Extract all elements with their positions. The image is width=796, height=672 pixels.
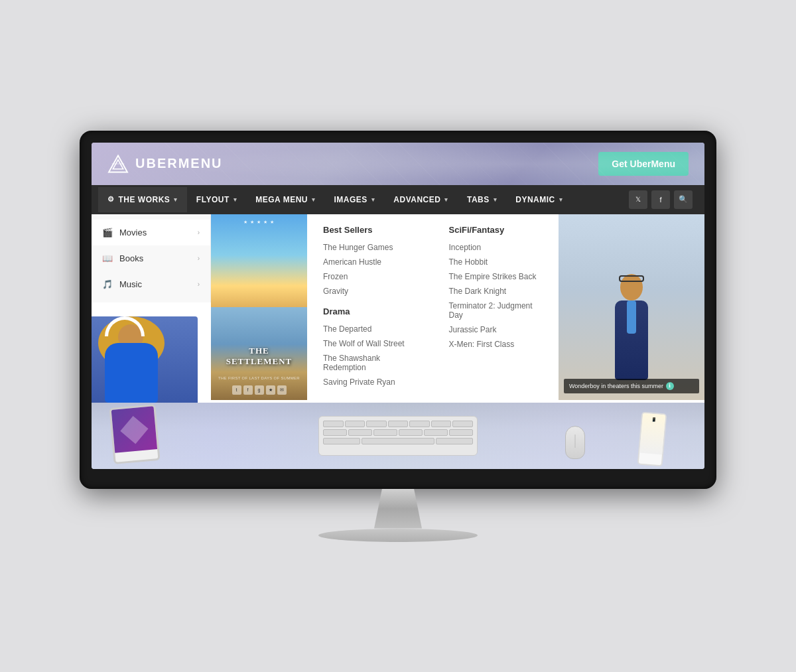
- search-icon-button[interactable]: 🔍: [674, 190, 693, 209]
- chevron-down-icon: ▾: [174, 196, 178, 203]
- twitter-icon-button[interactable]: 𝕏: [629, 190, 647, 209]
- nav-item-tabs[interactable]: TABS ▾: [458, 187, 506, 212]
- desk-area: 📱: [92, 403, 704, 469]
- poster-mail-btn[interactable]: ✉: [277, 385, 287, 395]
- poster-subtitle: THE FIRST OF LAST DAYS OF SUMMER: [211, 376, 307, 381]
- poster-top-text: ★ ★ ★ ★ ★: [211, 220, 307, 225]
- nav-item-advanced[interactable]: ADVANCED ▾: [384, 187, 458, 212]
- logo-text: UBERMENU: [135, 156, 223, 171]
- poster-gplus-btn[interactable]: g: [255, 385, 264, 395]
- movies-icon: 🎬: [102, 228, 113, 237]
- get-ubermenu-button[interactable]: Get UberMenu: [598, 152, 689, 176]
- menu-link-gravity[interactable]: Gravity: [323, 287, 417, 296]
- logo-icon: [107, 155, 129, 173]
- chevron-down-icon: ▾: [233, 196, 237, 203]
- man-figure: Wonderboy in theaters this summer ℹ: [559, 214, 704, 400]
- sidebar-item-music[interactable]: 🎵 Music ›: [92, 271, 210, 297]
- tablet-screen: [111, 406, 157, 452]
- nav-label-mega-menu: MEGA MENU: [255, 195, 308, 204]
- nav-item-flyout[interactable]: FLYOUT ▾: [187, 187, 246, 212]
- nav-item-dynamic[interactable]: DYNAMIC ▾: [506, 187, 572, 212]
- nav-label-flyout: FLYOUT: [196, 195, 230, 204]
- monitor-bezel: UBERMENU Get UberMenu ⚙ THE WORKS ▾ FLYO…: [80, 131, 716, 489]
- drama-header: Drama: [323, 306, 417, 316]
- menu-link-dark-knight[interactable]: The Dark Knight: [449, 287, 543, 296]
- poster-facebook-btn[interactable]: f: [243, 385, 253, 395]
- nav-icons: 𝕏 f 🔍: [624, 190, 698, 209]
- site-header: UBERMENU Get UberMenu: [92, 143, 704, 185]
- arrow-icon: ›: [198, 229, 200, 236]
- nav-bar: ⚙ THE WORKS ▾ FLYOUT ▾ MEGA MENU ▾ IMAGE…: [92, 185, 704, 214]
- mega-menu-dropdown: 🎬 Movies › 📖 Books ›: [92, 214, 704, 403]
- tablet-device: [109, 404, 160, 464]
- nav-item-mega-menu[interactable]: MEGA MENU ▾: [246, 187, 324, 212]
- menu-link-xmen[interactable]: X-Men: First Class: [449, 340, 543, 349]
- phone-device: 📱: [637, 411, 667, 466]
- nav-label-advanced: ADVANCED: [393, 195, 440, 204]
- menu-link-saving[interactable]: Saving Private Ryan: [323, 377, 417, 387]
- man-glasses: [619, 275, 644, 282]
- menu-sidebar: 🎬 Movies › 📖 Books ›: [92, 214, 211, 302]
- menu-link-american-hustle[interactable]: American Hustle: [323, 257, 417, 267]
- menu-link-shawshank[interactable]: The Shawshank Redemption: [323, 354, 417, 372]
- menu-link-terminator[interactable]: Terminator 2: Judgment Day: [449, 301, 543, 320]
- nav-label-dynamic: DYNAMIC: [515, 195, 555, 204]
- menu-link-inception[interactable]: Inception: [449, 243, 543, 252]
- menu-link-hunger-games[interactable]: The Hunger Games: [323, 243, 417, 252]
- menu-link-frozen[interactable]: Frozen: [323, 272, 417, 281]
- keyboard: [318, 416, 478, 456]
- chevron-down-icon: ▾: [312, 196, 316, 203]
- best-sellers-header: Best Sellers: [323, 225, 417, 235]
- books-icon: 📖: [102, 253, 113, 263]
- phone-screen: 📱: [639, 413, 665, 454]
- menu-link-wolf[interactable]: The Wolf of Wall Street: [323, 339, 417, 348]
- chevron-down-icon: ▾: [444, 196, 448, 203]
- tablet-icon: [120, 415, 148, 443]
- sidebar-item-music-left: 🎵 Music: [102, 279, 142, 289]
- menu-link-departed[interactable]: The Departed: [323, 324, 417, 334]
- movie-poster: ★ ★ ★ ★ ★ THE SETTLEMENT THE FIRST OF LA…: [211, 214, 307, 400]
- woman-illustration: [92, 316, 198, 403]
- arrow-icon: ›: [198, 281, 200, 288]
- scifi-header: SciFi/Fantasy: [449, 225, 543, 235]
- search-icon: 🔍: [679, 195, 688, 204]
- sidebar-label-movies: Movies: [119, 228, 147, 237]
- twitter-icon: 𝕏: [635, 196, 641, 203]
- mouse-divider: [575, 435, 576, 448]
- menu-link-jurassic[interactable]: Jurassic Park: [449, 325, 543, 334]
- woman-photo: [92, 316, 198, 403]
- mouse: [565, 426, 585, 459]
- monitor-stand: [80, 489, 716, 542]
- nav-item-images[interactable]: IMAGES ▾: [324, 187, 384, 212]
- hero-caption: Wonderboy in theaters this summer ℹ: [564, 379, 699, 393]
- page-wrapper: UBERMENU Get UberMenu ⚙ THE WORKS ▾ FLYO…: [0, 0, 796, 672]
- poster-social-row: t f g ★ ✉: [211, 385, 307, 395]
- info-icon: ℹ: [666, 382, 674, 390]
- logo-area: UBERMENU: [107, 155, 223, 173]
- chevron-down-icon: ▾: [371, 196, 375, 203]
- menu-link-hobbit[interactable]: The Hobbit: [449, 257, 543, 267]
- poster-title-wrapper: THE SETTLEMENT: [211, 346, 307, 366]
- sidebar-item-movies[interactable]: 🎬 Movies ›: [92, 220, 210, 245]
- sidebar-label-books: Books: [119, 253, 143, 263]
- menu-link-empire[interactable]: The Empire Strikes Back: [449, 272, 543, 281]
- sidebar-label-music: Music: [119, 279, 142, 289]
- keyboard-row-3: [323, 438, 473, 444]
- chevron-down-icon: ▾: [494, 196, 498, 203]
- monitor: UBERMENU Get UberMenu ⚙ THE WORKS ▾ FLYO…: [80, 131, 716, 542]
- arrow-icon: ›: [198, 255, 200, 262]
- poster-twitter-btn[interactable]: t: [232, 385, 241, 395]
- nav-item-the-works[interactable]: ⚙ THE WORKS ▾: [98, 187, 187, 212]
- poster-star-btn[interactable]: ★: [266, 385, 275, 395]
- sidebar-item-books[interactable]: 📖 Books ›: [92, 245, 210, 271]
- man-silhouette: [608, 261, 655, 380]
- woman-body-shape: [105, 343, 158, 403]
- menu-sidebar-wrapper: 🎬 Movies › 📖 Books ›: [92, 214, 211, 403]
- facebook-icon: f: [659, 196, 661, 204]
- hero-panel: Wonderboy in theaters this summer ℹ: [559, 214, 704, 403]
- keyboard-row-2: [323, 429, 473, 436]
- nav-label-the-works: THE WORKS: [119, 195, 170, 204]
- music-icon: 🎵: [102, 279, 113, 289]
- facebook-icon-button[interactable]: f: [651, 190, 670, 209]
- keyboard-row-1: [323, 421, 473, 427]
